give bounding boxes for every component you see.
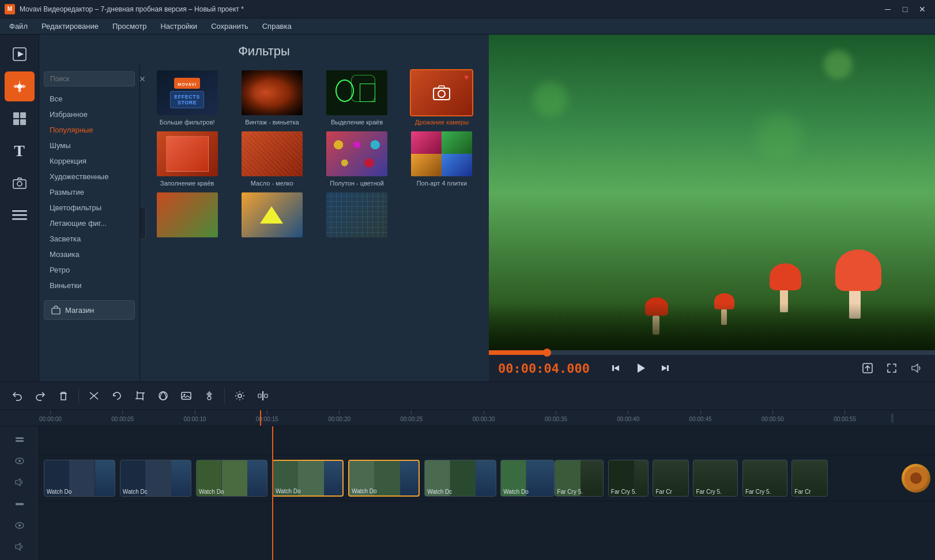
tl-add-audio-btn[interactable] [12, 496, 28, 512]
filter-cat-mosaic[interactable]: Мозаика [42, 247, 137, 262]
preview-video [489, 35, 935, 350]
filter-cat-blur[interactable]: Размытие [42, 185, 137, 199]
split-button[interactable] [252, 385, 273, 406]
filter-popart[interactable]: Поп-арт 4 плитки [402, 130, 482, 187]
clip-label-farcry-2: Far Cr [655, 489, 672, 495]
filter-cat-glow[interactable]: Засветка [42, 232, 137, 246]
image-button[interactable] [176, 385, 197, 406]
clip-watchdog-5[interactable]: Watch Dc [424, 460, 496, 497]
app-icon: M [5, 4, 15, 14]
filter-cat-noise[interactable]: Шумы [42, 138, 137, 153]
clip-label-2: Watch Do [199, 489, 224, 495]
filter-cat-flying[interactable]: Летающие фиг... [42, 216, 137, 230]
filter-thumb-r2 [240, 191, 304, 239]
filter-cat-favorites[interactable]: Избранное [42, 107, 137, 122]
clip-farcry-5[interactable]: Far Cr [791, 460, 827, 497]
settings-button[interactable] [229, 385, 250, 406]
filter-name-edge: Выделение краёв [331, 119, 383, 126]
tl-add-track-btn[interactable] [12, 432, 28, 448]
clip-label-4: Watch Do [352, 488, 377, 494]
clip-label-0: Watch Do [47, 489, 72, 495]
filters-title: Фильтры [39, 35, 489, 65]
filter-cat-all[interactable]: Все [42, 92, 137, 106]
preview-progress-bar[interactable] [489, 350, 935, 355]
menu-file[interactable]: Файл [2, 20, 35, 33]
sidebar-list-btn[interactable] [5, 200, 35, 230]
filter-cat-retro[interactable]: Ретро [42, 263, 137, 277]
filter-r3[interactable] [317, 191, 397, 241]
volume-button[interactable] [906, 358, 926, 378]
menu-view[interactable]: Просмотр [105, 20, 153, 33]
svg-point-43 [18, 460, 21, 462]
crop-button[interactable] [130, 385, 150, 406]
clip-farcry-0[interactable]: Far Cry 5. [555, 460, 604, 497]
clip-watchdog-6[interactable]: Watch Do [500, 460, 554, 497]
audio-button[interactable] [199, 385, 220, 406]
export-button[interactable] [858, 358, 877, 378]
filter-fill[interactable]: Заполнение краёв [147, 130, 227, 187]
svg-marker-48 [16, 543, 20, 550]
timeline-cursor[interactable] [260, 410, 261, 426]
menu-edit[interactable]: Редактирование [35, 20, 105, 33]
clip-farcry-3[interactable]: Far Cry 5. [693, 460, 738, 497]
delete-button[interactable] [53, 385, 74, 406]
svg-rect-21 [667, 365, 669, 371]
fullscreen-button[interactable] [882, 358, 902, 378]
clip-watchdog-0[interactable]: Watch Do [44, 460, 115, 497]
sidebar-media-btn[interactable] [5, 39, 35, 69]
play-button[interactable] [631, 358, 650, 378]
clip-farcry-4[interactable]: Far Cry 5. [742, 460, 787, 497]
clip-farcry-2[interactable]: Far Cr [653, 460, 688, 497]
filter-cat-vignette[interactable]: Виньетки [42, 278, 137, 293]
clip-label-farcry-3: Far Cry 5. [696, 489, 721, 495]
prev-frame-button[interactable] [606, 358, 626, 378]
timeline-area: 00:00:00 00:00:05 00:00:10 00:00:15 00:0… [0, 410, 935, 560]
clip-watchdog-2[interactable]: Watch Do [196, 460, 267, 497]
filter-cat-artistic[interactable]: Художественные [42, 169, 137, 184]
toolbar-sep-2 [224, 388, 225, 404]
tl-vol2-btn[interactable] [12, 539, 28, 555]
minimize-button[interactable]: ─ [880, 1, 896, 17]
maximize-button[interactable]: □ [897, 1, 913, 17]
sidebar-effects-btn[interactable] [5, 71, 35, 101]
redo-button[interactable] [30, 385, 51, 406]
filter-r1[interactable] [147, 191, 227, 241]
tl-eye-btn[interactable] [12, 453, 28, 469]
clip-watchdog-3[interactable]: Watch Do [272, 460, 344, 497]
clip-watchdog-1[interactable]: Watch Dc [120, 460, 191, 497]
tl-volume-btn[interactable] [12, 474, 28, 490]
filter-r2[interactable] [232, 191, 312, 241]
menu-save[interactable]: Сохранить [204, 20, 255, 33]
filter-shake[interactable]: ♥ Дрожание камеры [402, 69, 482, 126]
scroll-left-arrow[interactable]: ‹ [140, 207, 146, 239]
cut-button[interactable] [84, 385, 104, 406]
track-row-video: Watch Do Watch Dc Watch Do [39, 455, 935, 501]
undo-button[interactable] [7, 385, 28, 406]
menu-help[interactable]: Справка [255, 20, 299, 33]
clip-label-farcry-0: Far Cry 5. [557, 489, 583, 495]
filter-oil[interactable]: Масло - мелко [232, 130, 312, 187]
clip-watchdog-4[interactable]: Watch Do [348, 460, 420, 497]
sidebar-camera-btn[interactable] [5, 168, 35, 198]
menu-settings[interactable]: Настройки [153, 20, 204, 33]
filter-cat-popular[interactable]: Популярные [42, 123, 137, 137]
filter-search-box[interactable]: ✕ [44, 71, 135, 86]
filter-cat-correction[interactable]: Коррекция [42, 154, 137, 168]
clip-farcry-1[interactable]: Far Cry 5. [608, 460, 649, 497]
svg-point-3 [18, 85, 21, 88]
next-frame-button[interactable] [655, 358, 674, 378]
filter-cat-color[interactable]: Цветофильтры [42, 200, 137, 215]
rotate-button[interactable] [107, 385, 127, 406]
color-button[interactable] [153, 385, 174, 406]
filter-vintage[interactable]: Винтаж - виньетка [232, 69, 312, 126]
filter-effects-store[interactable]: MOVAVI EFFECTS STORE Больше фильтров! [147, 69, 227, 126]
close-button[interactable]: ✕ [914, 1, 930, 17]
filter-store-button[interactable]: Магазин [44, 300, 135, 320]
filter-search-input[interactable] [50, 75, 137, 83]
track-row-empty-top [39, 426, 935, 455]
filter-halftone[interactable]: Полутон - цветной [317, 130, 397, 187]
filter-edge[interactable]: Выделение краёв [317, 69, 397, 126]
sidebar-text-btn[interactable]: T [5, 136, 35, 166]
sidebar-filters-btn[interactable] [5, 104, 35, 134]
tl-eye2-btn[interactable] [12, 517, 28, 533]
